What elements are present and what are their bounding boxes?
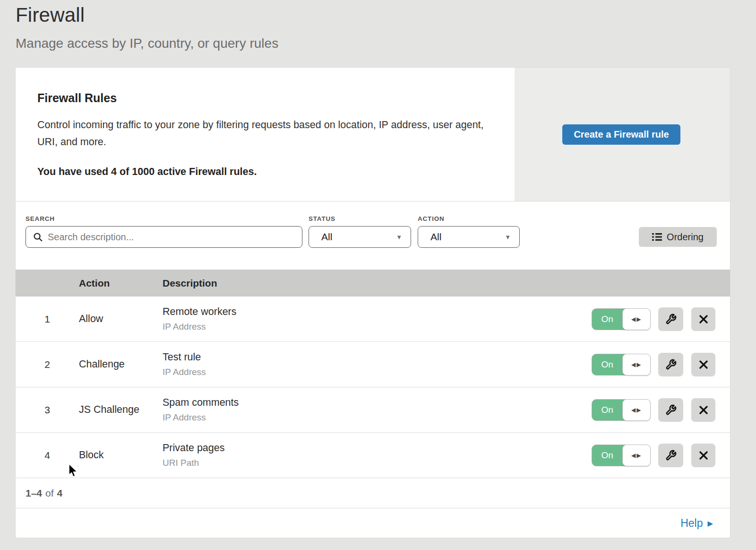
rule-match-type: IP Address: [163, 322, 592, 332]
search-icon: [33, 232, 43, 242]
close-icon: [698, 450, 709, 461]
help-link[interactable]: Help ▶: [680, 517, 713, 530]
ordering-button-label: Ordering: [667, 232, 704, 243]
rule-enabled-toggle[interactable]: On ◀▶: [592, 308, 651, 330]
rule-description-title: Remote workers: [163, 306, 592, 318]
search-box[interactable]: [26, 226, 302, 248]
action-label: ACTION: [418, 215, 445, 222]
rule-priority: 3: [16, 404, 79, 416]
status-select[interactable]: All ▼: [309, 226, 411, 248]
rule-controls: On ◀▶: [592, 444, 715, 467]
rule-description-title: Spam comments: [163, 397, 592, 409]
action-select-value: All: [430, 231, 441, 243]
wrench-icon: [665, 404, 677, 416]
wrench-icon: [665, 359, 677, 370]
rule-match-type: IP Address: [163, 412, 592, 423]
rules-table: 1 Allow Remote workers IP Address On ◀▶: [16, 297, 730, 478]
chevron-down-icon: ▼: [505, 234, 511, 241]
rule-controls: On ◀▶: [592, 307, 715, 331]
table-row: 1 Allow Remote workers IP Address On ◀▶: [16, 297, 730, 342]
ordered-list-icon: [652, 233, 662, 241]
search-label: SEARCH: [26, 215, 55, 222]
wrench-icon: [665, 314, 677, 325]
delete-rule-button[interactable]: [691, 398, 715, 422]
page-title: Firewall: [16, 4, 278, 26]
edit-rule-button[interactable]: [658, 307, 683, 331]
help-link-label: Help: [680, 517, 703, 530]
card-title: Firewall Rules: [37, 91, 486, 105]
page-header: Firewall Manage access by IP, country, o…: [16, 4, 278, 51]
card-description: Control incoming traffic to your zone by…: [37, 116, 486, 150]
edit-rule-button[interactable]: [658, 444, 683, 467]
rule-match-type: IP Address: [163, 367, 592, 377]
left-right-arrows-icon: ◀▶: [631, 316, 642, 323]
rule-description: Private pages URI Path: [163, 442, 592, 468]
rule-enabled-toggle[interactable]: On ◀▶: [592, 399, 651, 421]
rules-table-header: Action Description: [16, 270, 730, 297]
close-icon: [698, 405, 709, 415]
ordering-button[interactable]: Ordering: [639, 227, 717, 247]
toggle-knob[interactable]: ◀▶: [622, 308, 651, 330]
toggle-state-label: On: [592, 445, 622, 466]
rule-priority: 2: [16, 359, 79, 370]
rule-priority: 4: [16, 450, 79, 461]
toggle-knob[interactable]: ◀▶: [622, 354, 651, 375]
rules-usage-note: You have used 4 of 1000 active Firewall …: [37, 166, 486, 178]
rule-enabled-toggle[interactable]: On ◀▶: [592, 445, 651, 466]
help-row: Help ▶: [16, 508, 730, 538]
toggle-knob[interactable]: ◀▶: [622, 445, 651, 466]
rule-description: Test rule IP Address: [163, 351, 592, 377]
rule-description-title: Private pages: [163, 442, 592, 454]
table-row: 4 Block Private pages URI Path On ◀▶: [16, 433, 730, 478]
table-row: 3 JS Challenge Spam comments IP Address …: [16, 387, 730, 433]
rule-action: Allow: [79, 313, 163, 325]
table-row: 2 Challenge Test rule IP Address On ◀▶: [16, 342, 730, 387]
pagination-range: 1–4: [26, 488, 42, 499]
rule-controls: On ◀▶: [592, 398, 715, 422]
edit-rule-button[interactable]: [658, 398, 683, 422]
left-right-arrows-icon: ◀▶: [631, 407, 642, 413]
left-right-arrows-icon: ◀▶: [631, 452, 642, 459]
firewall-rules-card: Firewall Rules Control incoming traffic …: [16, 68, 730, 201]
rule-description: Remote workers IP Address: [163, 306, 592, 332]
pagination-total: 4: [57, 488, 63, 499]
rule-action: Challenge: [79, 358, 163, 370]
rule-description-title: Test rule: [163, 351, 592, 363]
firewall-rules-panel: Firewall Rules Control incoming traffic …: [16, 68, 730, 538]
left-right-arrows-icon: ◀▶: [631, 361, 642, 368]
toggle-state-label: On: [592, 309, 622, 330]
column-header-action: Action: [79, 278, 163, 289]
column-header-description: Description: [163, 278, 730, 289]
rule-match-type: URI Path: [163, 458, 592, 468]
delete-rule-button[interactable]: [691, 307, 715, 331]
pagination-of: of: [42, 488, 57, 499]
action-select[interactable]: All ▼: [418, 226, 520, 248]
filters-bar: SEARCH STATUS All ▼ ACTION All ▼ Orderin…: [16, 201, 730, 270]
close-icon: [698, 314, 709, 324]
toggle-knob[interactable]: ◀▶: [622, 399, 651, 421]
delete-rule-button[interactable]: [691, 444, 715, 467]
rule-controls: On ◀▶: [592, 353, 715, 376]
close-icon: [698, 359, 709, 370]
status-select-value: All: [321, 231, 332, 243]
rule-priority: 1: [16, 314, 79, 325]
create-firewall-rule-button[interactable]: Create a Firewall rule: [562, 124, 680, 145]
card-action-panel: Create a Firewall rule: [515, 68, 730, 201]
arrow-right-icon: ▶: [707, 519, 713, 528]
rule-action: JS Challenge: [79, 404, 163, 416]
pagination: 1–4 of 4: [16, 478, 730, 508]
search-input[interactable]: [43, 227, 302, 247]
toggle-state-label: On: [592, 354, 622, 375]
toggle-state-label: On: [592, 400, 622, 420]
rule-enabled-toggle[interactable]: On ◀▶: [592, 354, 651, 375]
rule-description: Spam comments IP Address: [163, 397, 592, 423]
delete-rule-button[interactable]: [691, 353, 715, 376]
wrench-icon: [665, 450, 677, 461]
page-subtitle: Manage access by IP, country, or query r…: [16, 36, 278, 51]
firewall-rules-card-text: Firewall Rules Control incoming traffic …: [16, 68, 515, 201]
status-label: STATUS: [309, 215, 335, 222]
chevron-down-icon: ▼: [396, 234, 402, 241]
edit-rule-button[interactable]: [658, 353, 683, 376]
rule-action: Block: [79, 449, 163, 461]
